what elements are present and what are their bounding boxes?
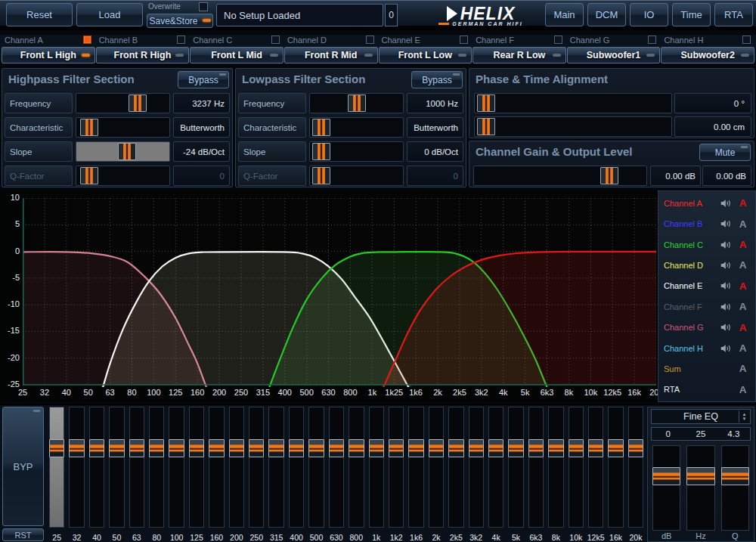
- eq-band-slider[interactable]: [349, 407, 364, 528]
- channel-list-item[interactable]: RTAA: [658, 379, 755, 400]
- fine-eq-selector[interactable]: Fine EQ ▲▼: [651, 409, 751, 424]
- phase-time-slider[interactable]: [474, 116, 672, 137]
- eq-band-handle[interactable]: [608, 439, 623, 457]
- highpass-slider-handle[interactable]: [80, 119, 98, 136]
- channel-checkbox[interactable]: [648, 36, 656, 44]
- eq-band-handle[interactable]: [408, 439, 423, 457]
- nav-button-main[interactable]: Main: [545, 3, 584, 26]
- eq-band-handle[interactable]: [89, 439, 104, 457]
- eq-band-slider[interactable]: [249, 407, 264, 528]
- eq-band-handle[interactable]: [308, 439, 324, 457]
- eq-band-slider[interactable]: [469, 407, 484, 528]
- eq-band-handle[interactable]: [469, 439, 484, 457]
- eq-bypass-button[interactable]: BYP: [2, 407, 44, 526]
- nav-button-io[interactable]: IO: [630, 3, 668, 26]
- channel-status-letter[interactable]: A: [737, 218, 748, 230]
- phase-time-slider-handle[interactable]: [477, 118, 495, 135]
- lowpass-slider[interactable]: [309, 117, 404, 138]
- eq-band-handle[interactable]: [448, 439, 463, 457]
- channel-checkbox[interactable]: [83, 36, 91, 44]
- channel-name-button[interactable]: Front R Mid: [284, 47, 378, 63]
- eq-band-handle[interactable]: [129, 439, 144, 457]
- channel-list-item[interactable]: Channel GA: [658, 317, 755, 337]
- highpass-bypass-button[interactable]: Bypass: [178, 71, 229, 88]
- speaker-icon[interactable]: [720, 344, 737, 353]
- channel-status-letter[interactable]: A: [737, 239, 748, 250]
- eq-band-slider[interactable]: [628, 407, 643, 528]
- eq-band-slider[interactable]: [308, 407, 324, 528]
- eq-band-slider[interactable]: [289, 407, 304, 528]
- gain-slider-handle[interactable]: [600, 167, 618, 184]
- highpass-slider[interactable]: [76, 141, 170, 162]
- eq-band-handle[interactable]: [349, 439, 364, 457]
- eq-band-slider[interactable]: [209, 407, 224, 528]
- phase-time-slider-handle[interactable]: [477, 94, 495, 112]
- phase-time-slider[interactable]: [474, 93, 672, 113]
- highpass-slider-handle[interactable]: [129, 94, 147, 112]
- eq-band-handle[interactable]: [229, 439, 244, 457]
- eq-band-slider[interactable]: [149, 407, 164, 528]
- highpass-slider[interactable]: [76, 166, 170, 186]
- nav-button-time[interactable]: Time: [672, 3, 711, 26]
- overwrite-checkbox[interactable]: [199, 2, 208, 11]
- reset-button[interactable]: Reset: [6, 3, 73, 26]
- nav-button-rta[interactable]: RTA: [714, 3, 753, 26]
- eq-band-slider[interactable]: [488, 407, 503, 528]
- eq-band-slider[interactable]: [49, 407, 64, 528]
- eq-band-slider[interactable]: [169, 407, 184, 528]
- highpass-slider-handle[interactable]: [80, 167, 98, 184]
- eq-band-slider[interactable]: [588, 407, 603, 528]
- eq-band-slider[interactable]: [89, 407, 104, 528]
- eq-band-handle[interactable]: [149, 439, 164, 457]
- save-store-button[interactable]: Save&Store: [147, 14, 213, 28]
- eq-band-handle[interactable]: [169, 439, 184, 457]
- eq-band-slider[interactable]: [129, 407, 144, 528]
- load-button[interactable]: Load: [76, 3, 143, 26]
- eq-band-handle[interactable]: [109, 439, 124, 457]
- lowpass-slider[interactable]: [309, 166, 404, 186]
- nav-button-dcm[interactable]: DCM: [587, 3, 626, 26]
- lowpass-slider-handle[interactable]: [312, 167, 330, 184]
- speaker-icon[interactable]: [720, 281, 737, 290]
- eq-band-slider[interactable]: [268, 407, 284, 528]
- fine-eq-spinner[interactable]: ▲▼: [739, 410, 749, 423]
- channel-name-button[interactable]: Front L High: [2, 47, 95, 63]
- channel-name-button[interactable]: Front R High: [96, 47, 190, 63]
- eq-band-slider[interactable]: [408, 407, 423, 528]
- channel-checkbox[interactable]: [271, 36, 280, 44]
- eq-band-slider[interactable]: [569, 407, 584, 528]
- eq-band-handle[interactable]: [329, 439, 344, 457]
- channel-checkbox[interactable]: [554, 36, 562, 44]
- eq-band-handle[interactable]: [369, 439, 384, 457]
- channel-name-button[interactable]: Front L Low: [379, 47, 472, 63]
- lowpass-slider-handle[interactable]: [348, 94, 366, 112]
- channel-status-letter[interactable]: A: [737, 322, 748, 333]
- channel-list-item[interactable]: Channel AA: [658, 193, 755, 213]
- mute-button[interactable]: Mute: [699, 144, 751, 161]
- lowpass-bypass-button[interactable]: Bypass: [411, 71, 463, 88]
- fine-eq-slider-q[interactable]: [721, 445, 749, 531]
- eq-band-handle[interactable]: [49, 439, 64, 457]
- channel-list-item[interactable]: Channel FA: [658, 296, 755, 317]
- channel-status-letter[interactable]: A: [737, 301, 748, 312]
- eq-band-handle[interactable]: [528, 439, 544, 457]
- eq-reset-button[interactable]: RST: [2, 528, 44, 541]
- channel-list-item[interactable]: Channel CA: [658, 234, 755, 255]
- channel-list-item[interactable]: Channel BA: [658, 213, 755, 234]
- eq-band-slider[interactable]: [189, 407, 204, 528]
- lowpass-slider-handle[interactable]: [312, 143, 330, 160]
- eq-band-slider[interactable]: [229, 407, 244, 528]
- fine-eq-slider-db[interactable]: [652, 445, 680, 531]
- eq-band-handle[interactable]: [429, 439, 444, 457]
- fine-eq-slider-hz[interactable]: [686, 445, 714, 531]
- speaker-icon[interactable]: [720, 240, 737, 249]
- eq-band-handle[interactable]: [209, 439, 224, 457]
- setup-name-field[interactable]: No Setup Loaded: [216, 4, 383, 26]
- channel-name-button[interactable]: Front L Mid: [190, 47, 284, 63]
- highpass-slider-handle[interactable]: [118, 143, 136, 160]
- channel-list-item[interactable]: SumA: [658, 358, 755, 379]
- channel-status-letter[interactable]: A: [737, 363, 748, 374]
- eq-band-handle[interactable]: [389, 439, 404, 457]
- gain-slider[interactable]: [473, 166, 647, 186]
- lowpass-slider[interactable]: [309, 93, 404, 113]
